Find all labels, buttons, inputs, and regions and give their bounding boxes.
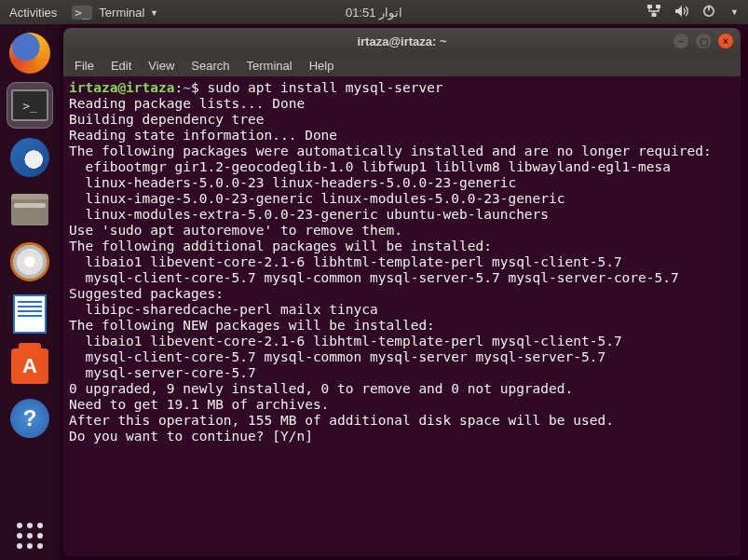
power-icon[interactable]	[702, 5, 715, 20]
writer-icon[interactable]	[7, 291, 53, 337]
help-icon[interactable]: ?	[7, 395, 53, 442]
window-titlebar[interactable]: irtaza@irtaza: ~ – ▢ ×	[63, 28, 741, 54]
svg-rect-1	[656, 5, 660, 8]
menu-edit[interactable]: Edit	[111, 59, 131, 73]
network-icon[interactable]	[646, 5, 661, 20]
menubar: File Edit View Search Terminal Help	[63, 54, 741, 76]
minimize-button[interactable]: –	[673, 34, 688, 48]
terminal-content[interactable]: irtaza@irtaza:~$ sudo apt install mysql-…	[63, 76, 741, 556]
app-menu[interactable]: >_ Terminal ▼	[72, 6, 158, 20]
software-icon[interactable]: A	[7, 343, 53, 389]
volume-icon[interactable]	[674, 5, 689, 20]
svg-rect-0	[647, 5, 652, 8]
menu-view[interactable]: View	[148, 59, 174, 73]
terminal-window: irtaza@irtaza: ~ – ▢ × File Edit View Se…	[63, 28, 741, 556]
menu-file[interactable]: File	[75, 59, 94, 73]
svg-rect-4	[708, 5, 710, 10]
files-icon[interactable]	[7, 186, 53, 233]
gnome-topbar: Activities >_ Terminal ▼ اتوار 01:51 ▼	[0, 0, 748, 24]
maximize-button[interactable]: ▢	[696, 34, 711, 48]
menu-search[interactable]: Search	[191, 59, 229, 73]
close-button[interactable]: ×	[718, 34, 733, 48]
window-title: irtaza@irtaza: ~	[357, 34, 446, 48]
chevron-down-icon: ▼	[730, 7, 739, 17]
menu-help[interactable]: Help	[309, 59, 334, 73]
rhythmbox-icon[interactable]	[7, 239, 53, 285]
terminal-icon[interactable]: >_	[7, 82, 53, 129]
firefox-icon[interactable]	[7, 30, 53, 76]
dock: >_ A ?	[0, 24, 60, 560]
show-applications-button[interactable]	[7, 523, 53, 549]
thunderbird-icon[interactable]	[7, 134, 53, 181]
activities-button[interactable]: Activities	[9, 6, 57, 20]
svg-rect-2	[652, 13, 657, 17]
terminal-small-icon: >_	[72, 6, 92, 20]
clock[interactable]: اتوار 01:51	[346, 6, 402, 20]
chevron-down-icon: ▼	[150, 8, 158, 18]
menu-terminal[interactable]: Terminal	[247, 59, 292, 73]
